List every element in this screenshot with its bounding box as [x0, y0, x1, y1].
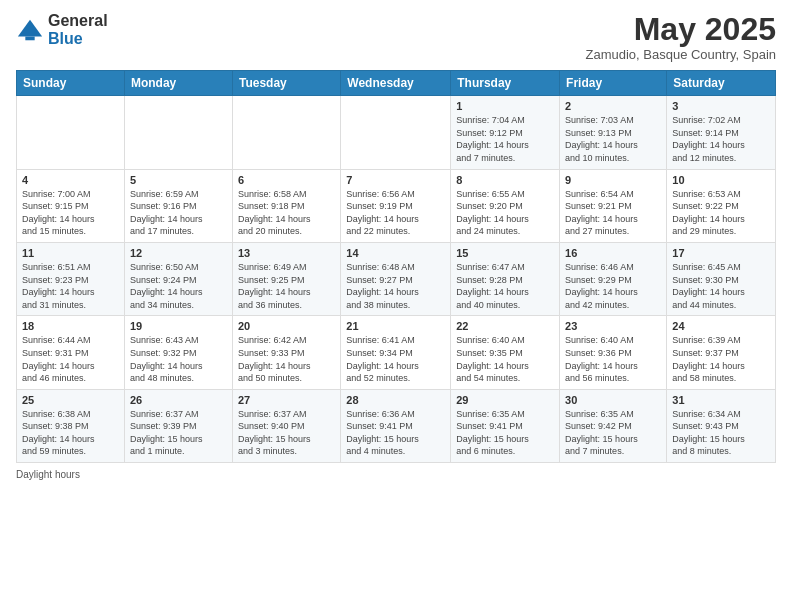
calendar-week-row: 18Sunrise: 6:44 AM Sunset: 9:31 PM Dayli…: [17, 316, 776, 389]
day-info: Sunrise: 6:41 AM Sunset: 9:34 PM Dayligh…: [346, 334, 445, 384]
day-info: Sunrise: 6:47 AM Sunset: 9:28 PM Dayligh…: [456, 261, 554, 311]
day-number: 4: [22, 174, 119, 186]
calendar-cell: 11Sunrise: 6:51 AM Sunset: 9:23 PM Dayli…: [17, 242, 125, 315]
day-number: 3: [672, 100, 770, 112]
calendar-cell: 5Sunrise: 6:59 AM Sunset: 9:16 PM Daylig…: [124, 169, 232, 242]
day-info: Sunrise: 6:43 AM Sunset: 9:32 PM Dayligh…: [130, 334, 227, 384]
calendar-cell: 18Sunrise: 6:44 AM Sunset: 9:31 PM Dayli…: [17, 316, 125, 389]
month-title: May 2025: [585, 12, 776, 47]
calendar-day-header: Thursday: [451, 71, 560, 96]
calendar-header-row: SundayMondayTuesdayWednesdayThursdayFrid…: [17, 71, 776, 96]
day-info: Sunrise: 7:00 AM Sunset: 9:15 PM Dayligh…: [22, 188, 119, 238]
day-info: Sunrise: 6:45 AM Sunset: 9:30 PM Dayligh…: [672, 261, 770, 311]
calendar-table: SundayMondayTuesdayWednesdayThursdayFrid…: [16, 70, 776, 463]
day-number: 19: [130, 320, 227, 332]
day-number: 21: [346, 320, 445, 332]
calendar-cell: [232, 96, 340, 169]
calendar-day-header: Saturday: [667, 71, 776, 96]
day-info: Sunrise: 6:53 AM Sunset: 9:22 PM Dayligh…: [672, 188, 770, 238]
calendar-cell: 12Sunrise: 6:50 AM Sunset: 9:24 PM Dayli…: [124, 242, 232, 315]
calendar-cell: 8Sunrise: 6:55 AM Sunset: 9:20 PM Daylig…: [451, 169, 560, 242]
calendar-cell: 6Sunrise: 6:58 AM Sunset: 9:18 PM Daylig…: [232, 169, 340, 242]
calendar-cell: 13Sunrise: 6:49 AM Sunset: 9:25 PM Dayli…: [232, 242, 340, 315]
day-info: Sunrise: 6:46 AM Sunset: 9:29 PM Dayligh…: [565, 261, 661, 311]
page-header: General Blue May 2025 Zamudio, Basque Co…: [16, 12, 776, 62]
logo-general: General: [48, 12, 108, 30]
day-info: Sunrise: 6:42 AM Sunset: 9:33 PM Dayligh…: [238, 334, 335, 384]
calendar-cell: 1Sunrise: 7:04 AM Sunset: 9:12 PM Daylig…: [451, 96, 560, 169]
svg-marker-0: [18, 19, 42, 36]
calendar-cell: 28Sunrise: 6:36 AM Sunset: 9:41 PM Dayli…: [341, 389, 451, 462]
calendar-day-header: Sunday: [17, 71, 125, 96]
logo-blue: Blue: [48, 30, 108, 48]
calendar-day-header: Friday: [560, 71, 667, 96]
calendar-cell: 2Sunrise: 7:03 AM Sunset: 9:13 PM Daylig…: [560, 96, 667, 169]
day-number: 27: [238, 394, 335, 406]
day-number: 25: [22, 394, 119, 406]
footer-text: Daylight hours: [16, 469, 80, 480]
calendar-cell: 19Sunrise: 6:43 AM Sunset: 9:32 PM Dayli…: [124, 316, 232, 389]
calendar-cell: [341, 96, 451, 169]
day-number: 2: [565, 100, 661, 112]
day-number: 23: [565, 320, 661, 332]
calendar-cell: 14Sunrise: 6:48 AM Sunset: 9:27 PM Dayli…: [341, 242, 451, 315]
day-number: 30: [565, 394, 661, 406]
calendar-cell: 10Sunrise: 6:53 AM Sunset: 9:22 PM Dayli…: [667, 169, 776, 242]
calendar-week-row: 11Sunrise: 6:51 AM Sunset: 9:23 PM Dayli…: [17, 242, 776, 315]
day-info: Sunrise: 6:35 AM Sunset: 9:41 PM Dayligh…: [456, 408, 554, 458]
day-number: 14: [346, 247, 445, 259]
day-number: 20: [238, 320, 335, 332]
day-number: 18: [22, 320, 119, 332]
day-number: 24: [672, 320, 770, 332]
day-info: Sunrise: 6:44 AM Sunset: 9:31 PM Dayligh…: [22, 334, 119, 384]
day-info: Sunrise: 6:35 AM Sunset: 9:42 PM Dayligh…: [565, 408, 661, 458]
day-info: Sunrise: 6:37 AM Sunset: 9:39 PM Dayligh…: [130, 408, 227, 458]
calendar-cell: 23Sunrise: 6:40 AM Sunset: 9:36 PM Dayli…: [560, 316, 667, 389]
day-info: Sunrise: 6:36 AM Sunset: 9:41 PM Dayligh…: [346, 408, 445, 458]
day-info: Sunrise: 6:38 AM Sunset: 9:38 PM Dayligh…: [22, 408, 119, 458]
day-info: Sunrise: 6:34 AM Sunset: 9:43 PM Dayligh…: [672, 408, 770, 458]
calendar-cell: 26Sunrise: 6:37 AM Sunset: 9:39 PM Dayli…: [124, 389, 232, 462]
day-number: 1: [456, 100, 554, 112]
calendar-cell: 3Sunrise: 7:02 AM Sunset: 9:14 PM Daylig…: [667, 96, 776, 169]
calendar-cell: 24Sunrise: 6:39 AM Sunset: 9:37 PM Dayli…: [667, 316, 776, 389]
day-info: Sunrise: 6:49 AM Sunset: 9:25 PM Dayligh…: [238, 261, 335, 311]
calendar-day-header: Wednesday: [341, 71, 451, 96]
calendar-cell: 15Sunrise: 6:47 AM Sunset: 9:28 PM Dayli…: [451, 242, 560, 315]
day-info: Sunrise: 6:40 AM Sunset: 9:36 PM Dayligh…: [565, 334, 661, 384]
day-info: Sunrise: 6:39 AM Sunset: 9:37 PM Dayligh…: [672, 334, 770, 384]
day-number: 6: [238, 174, 335, 186]
day-info: Sunrise: 7:04 AM Sunset: 9:12 PM Dayligh…: [456, 114, 554, 164]
day-number: 15: [456, 247, 554, 259]
day-info: Sunrise: 6:59 AM Sunset: 9:16 PM Dayligh…: [130, 188, 227, 238]
logo: General Blue: [16, 12, 108, 47]
day-number: 17: [672, 247, 770, 259]
calendar-cell: 20Sunrise: 6:42 AM Sunset: 9:33 PM Dayli…: [232, 316, 340, 389]
calendar-cell: 30Sunrise: 6:35 AM Sunset: 9:42 PM Dayli…: [560, 389, 667, 462]
day-info: Sunrise: 6:51 AM Sunset: 9:23 PM Dayligh…: [22, 261, 119, 311]
day-number: 5: [130, 174, 227, 186]
calendar-day-header: Monday: [124, 71, 232, 96]
calendar-cell: 31Sunrise: 6:34 AM Sunset: 9:43 PM Dayli…: [667, 389, 776, 462]
day-info: Sunrise: 6:48 AM Sunset: 9:27 PM Dayligh…: [346, 261, 445, 311]
calendar-cell: 27Sunrise: 6:37 AM Sunset: 9:40 PM Dayli…: [232, 389, 340, 462]
calendar-week-row: 4Sunrise: 7:00 AM Sunset: 9:15 PM Daylig…: [17, 169, 776, 242]
day-number: 26: [130, 394, 227, 406]
day-number: 28: [346, 394, 445, 406]
day-info: Sunrise: 6:56 AM Sunset: 9:19 PM Dayligh…: [346, 188, 445, 238]
day-number: 9: [565, 174, 661, 186]
title-section: May 2025 Zamudio, Basque Country, Spain: [585, 12, 776, 62]
day-info: Sunrise: 6:40 AM Sunset: 9:35 PM Dayligh…: [456, 334, 554, 384]
logo-text: General Blue: [48, 12, 108, 47]
calendar-week-row: 25Sunrise: 6:38 AM Sunset: 9:38 PM Dayli…: [17, 389, 776, 462]
day-info: Sunrise: 6:37 AM Sunset: 9:40 PM Dayligh…: [238, 408, 335, 458]
day-number: 29: [456, 394, 554, 406]
day-number: 7: [346, 174, 445, 186]
day-info: Sunrise: 7:03 AM Sunset: 9:13 PM Dayligh…: [565, 114, 661, 164]
calendar-cell: 4Sunrise: 7:00 AM Sunset: 9:15 PM Daylig…: [17, 169, 125, 242]
day-number: 11: [22, 247, 119, 259]
location: Zamudio, Basque Country, Spain: [585, 47, 776, 62]
day-info: Sunrise: 6:50 AM Sunset: 9:24 PM Dayligh…: [130, 261, 227, 311]
day-number: 8: [456, 174, 554, 186]
calendar-cell: 25Sunrise: 6:38 AM Sunset: 9:38 PM Dayli…: [17, 389, 125, 462]
